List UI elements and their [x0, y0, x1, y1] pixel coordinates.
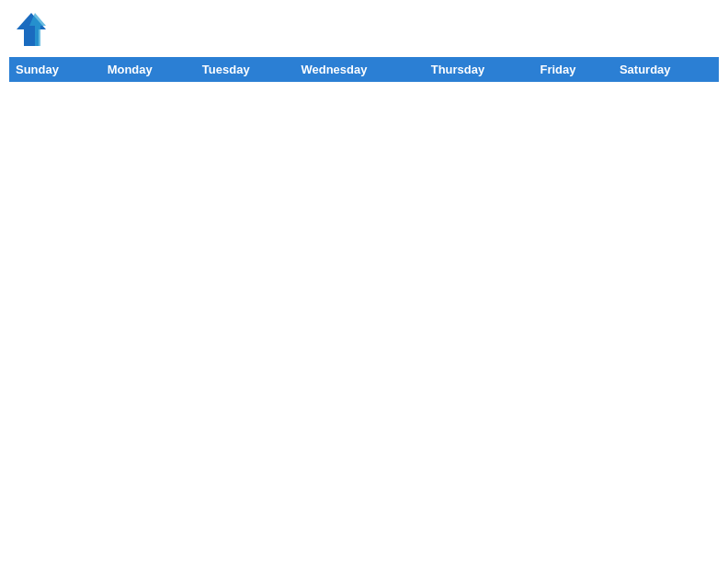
day-of-week-header: Saturday [613, 58, 718, 82]
day-of-week-header: Wednesday [295, 58, 425, 82]
day-of-week-header: Tuesday [196, 58, 295, 82]
day-of-week-header: Monday [101, 58, 196, 82]
calendar-table: SundayMondayTuesdayWednesdayThursdayFrid… [9, 57, 719, 82]
page-header [9, 9, 719, 50]
day-of-week-header: Thursday [425, 58, 534, 82]
day-of-week-header: Sunday [10, 58, 102, 82]
day-of-week-header: Friday [534, 58, 613, 82]
calendar-header-row: SundayMondayTuesdayWednesdayThursdayFrid… [10, 58, 719, 82]
svg-marker-0 [17, 13, 46, 46]
logo-icon [17, 13, 46, 46]
logo [17, 13, 48, 46]
